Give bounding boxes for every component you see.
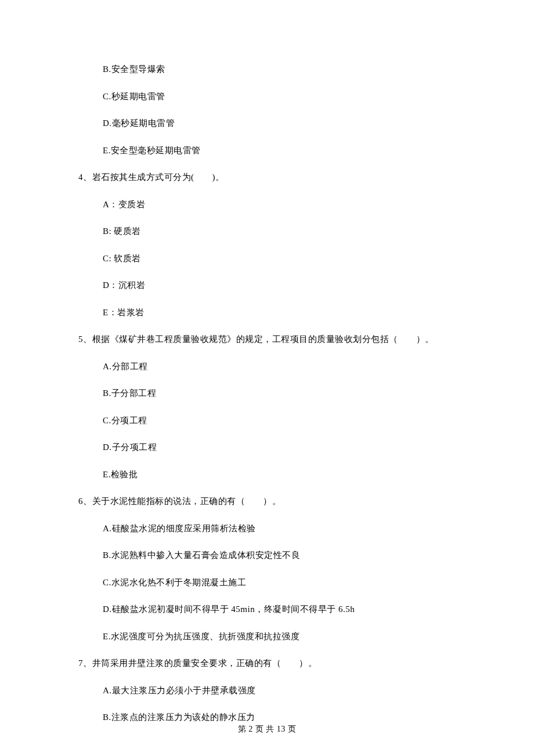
option-text: D.毫秒延期电雷管 xyxy=(78,117,456,130)
option-text: A.硅酸盐水泥的细度应采用筛析法检验 xyxy=(78,522,456,535)
option-text: C.水泥水化热不利于冬期混凝土施工 xyxy=(78,576,456,589)
option-text: B: 硬质岩 xyxy=(78,225,456,238)
option-text: B.安全型导爆索 xyxy=(78,63,456,76)
question-stem: 6、关于水泥性能指标的说法，正确的有（ ）。 xyxy=(78,495,456,508)
option-text: C: 软质岩 xyxy=(78,252,456,265)
option-text: E.安全型毫秒延期电雷管 xyxy=(78,144,456,157)
option-text: B.水泥熟料中掺入大量石膏会造成体积安定性不良 xyxy=(78,549,456,562)
option-text: D.硅酸盐水泥初凝时间不得早于 45min，终凝时间不得早于 6.5h xyxy=(78,603,456,616)
option-text: D.子分项工程 xyxy=(78,441,456,454)
question-stem: 5、根据《煤矿井巷工程质量验收规范》的规定，工程项目的质量验收划分包括（ ）。 xyxy=(78,333,456,346)
question-stem: 4、岩石按其生成方式可分为( )。 xyxy=(78,171,456,184)
option-text: B.子分部工程 xyxy=(78,387,456,400)
option-text: C.秒延期电雷管 xyxy=(78,90,456,103)
option-text: A.最大注浆压力必须小于井壁承载强度 xyxy=(78,684,456,697)
option-text: A.分部工程 xyxy=(78,360,456,373)
option-text: E.水泥强度可分为抗压强度、抗折强度和抗拉强度 xyxy=(78,630,456,643)
document-page: B.安全型导爆索 C.秒延期电雷管 D.毫秒延期电雷管 E.安全型毫秒延期电雷管… xyxy=(0,0,534,756)
page-footer: 第 2 页 共 13 页 xyxy=(0,723,534,735)
option-text: E：岩浆岩 xyxy=(78,306,456,319)
question-stem: 7、井筒采用井壁注浆的质量安全要求，正确的有（ ）。 xyxy=(78,657,456,670)
option-text: B.注浆点的注浆压力为该处的静水压力 xyxy=(78,711,456,724)
option-text: A：变质岩 xyxy=(78,198,456,211)
option-text: D：沉积岩 xyxy=(78,279,456,292)
option-text: C.分项工程 xyxy=(78,414,456,427)
option-text: E.检验批 xyxy=(78,468,456,481)
